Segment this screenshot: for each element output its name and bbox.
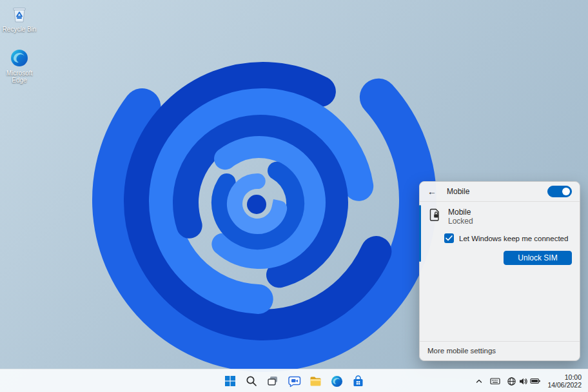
mobile-toggle[interactable] <box>547 186 572 197</box>
desktop-icon-label: Recycle Bin <box>1 26 38 33</box>
panel-title: Mobile <box>447 187 541 196</box>
battery-icon <box>530 377 541 386</box>
chat-icon <box>288 375 301 388</box>
show-hidden-icons-button[interactable] <box>472 372 486 390</box>
unlock-sim-button[interactable]: Unlock SIM <box>504 251 572 265</box>
search-button[interactable] <box>242 372 260 390</box>
desktop-icon-recycle-bin[interactable]: Recycle Bin <box>1 4 38 33</box>
recycle-bin-icon <box>9 4 30 24</box>
start-icon <box>224 375 237 387</box>
desktop-icon-label: Microsoft Edge <box>1 70 38 84</box>
panel-body: Mobile Locked Let Windows keep me connec… <box>420 202 580 265</box>
checkbox-label: Let Windows keep me connected <box>459 235 568 242</box>
taskbar-center-icons <box>221 369 367 392</box>
volume-icon <box>518 377 528 386</box>
taskbar: 10:00 14/06/2022 <box>0 369 588 392</box>
device-text: Mobile Locked <box>448 208 473 226</box>
clock-date: 14/06/2022 <box>547 381 582 389</box>
back-button[interactable]: ← <box>427 186 440 197</box>
task-view-icon <box>266 375 279 387</box>
button-row: Unlock SIM <box>429 243 572 265</box>
mobile-device-row[interactable]: Mobile Locked <box>429 208 572 226</box>
clock[interactable]: 10:00 14/06/2022 <box>545 373 585 389</box>
touch-keyboard-button[interactable] <box>487 372 503 390</box>
store-icon <box>351 375 365 388</box>
device-name: Mobile <box>448 208 473 217</box>
keep-connected-checkbox-row[interactable]: Let Windows keep me connected <box>444 233 572 243</box>
task-view-button[interactable] <box>264 372 282 390</box>
panel-header: ← Mobile <box>420 182 580 202</box>
chat-button[interactable] <box>285 372 303 390</box>
desktop-icon-microsoft-edge[interactable]: Microsoft Edge <box>1 48 38 84</box>
toggle-knob-icon <box>562 188 570 195</box>
search-icon <box>245 375 258 387</box>
selection-accent-bar <box>419 205 421 262</box>
store-button[interactable] <box>349 372 367 390</box>
touch-keyboard-icon <box>490 377 500 386</box>
system-tray: 10:00 14/06/2022 <box>472 369 585 392</box>
file-explorer-button[interactable] <box>306 372 324 390</box>
network-volume-battery-button[interactable] <box>504 372 544 390</box>
sim-lock-icon <box>429 208 442 222</box>
device-status: Locked <box>448 217 473 226</box>
network-globe-icon <box>507 377 516 386</box>
clock-time: 10:00 <box>547 373 582 381</box>
start-button[interactable] <box>221 372 239 390</box>
mobile-quick-settings-panel: ← Mobile Mobile Locked <box>419 181 580 361</box>
edge-button[interactable] <box>328 372 346 390</box>
chevron-up-icon <box>475 377 484 386</box>
edge-logo-icon <box>9 48 30 68</box>
edge-icon <box>330 375 344 388</box>
checkbox-checked-icon[interactable] <box>444 233 454 243</box>
desktop: Recycle Bin Microsoft Edge ← Mobile <box>0 0 588 392</box>
more-mobile-settings-link[interactable]: More mobile settings <box>420 341 580 360</box>
file-explorer-icon <box>309 375 322 388</box>
